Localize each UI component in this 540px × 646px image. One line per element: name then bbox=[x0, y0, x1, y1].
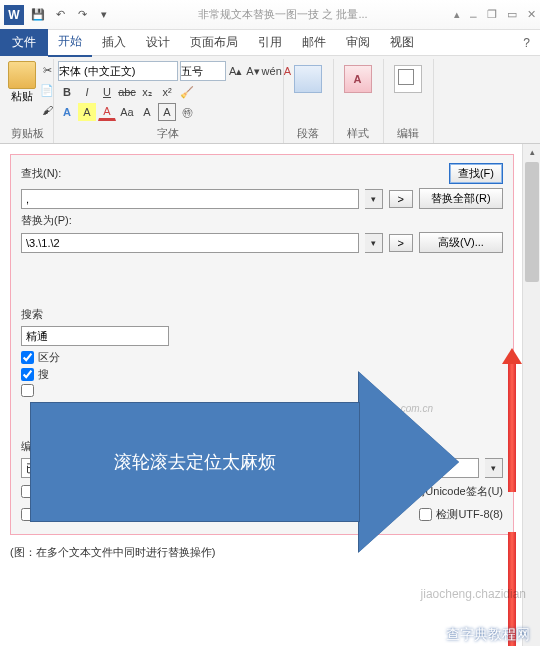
replace-input[interactable] bbox=[21, 233, 359, 253]
paste-icon bbox=[8, 61, 36, 89]
font-color-icon[interactable]: A bbox=[98, 103, 116, 121]
document-area: 查找(N): 查找(F) ▾ > 替换全部(R) 替换为(P): ▾ > 高级(… bbox=[0, 144, 540, 646]
editing-label: 编辑 bbox=[397, 123, 419, 141]
replace-dropdown-icon[interactable]: ▾ bbox=[365, 233, 383, 253]
ribbon-toggle-icon[interactable]: ▴ bbox=[454, 8, 460, 21]
underline-button[interactable]: U bbox=[98, 83, 116, 101]
find-next-button[interactable]: > bbox=[389, 190, 413, 208]
scroll-up-icon[interactable]: ▴ bbox=[523, 144, 540, 160]
font-group: A▴ A▾ wén A B I U abc x₂ x² 🧹 A A A Aa A… bbox=[54, 59, 284, 143]
undo-icon[interactable]: ↶ bbox=[52, 7, 68, 23]
tab-file[interactable]: 文件 bbox=[0, 29, 48, 56]
enclose-char-icon[interactable]: ㊕ bbox=[178, 103, 196, 121]
document-canvas[interactable]: 查找(N): 查找(F) ▾ > 替换全部(R) 替换为(P): ▾ > 高级(… bbox=[0, 144, 522, 646]
paste-button[interactable]: 粘贴 bbox=[8, 61, 36, 119]
find-dropdown-icon[interactable]: ▾ bbox=[365, 189, 383, 209]
quick-access-toolbar: 💾 ↶ ↷ ▾ bbox=[30, 7, 112, 23]
ruby-icon[interactable]: wén bbox=[263, 62, 281, 80]
restore-icon[interactable]: ❐ bbox=[487, 8, 497, 21]
highlight-icon[interactable]: A bbox=[78, 103, 96, 121]
close-icon[interactable]: ✕ bbox=[527, 8, 536, 21]
superscript-button[interactable]: x² bbox=[158, 83, 176, 101]
maximize-icon[interactable]: ▭ bbox=[507, 8, 517, 21]
paste-label: 粘贴 bbox=[11, 89, 33, 104]
shrink-font-icon[interactable]: A▾ bbox=[245, 62, 260, 80]
word-app-icon: W bbox=[4, 5, 24, 25]
search-mode-select[interactable] bbox=[21, 326, 169, 346]
redo-icon[interactable]: ↷ bbox=[74, 7, 90, 23]
tab-review[interactable]: 审阅 bbox=[336, 29, 380, 56]
region-label: 区分 bbox=[38, 350, 60, 365]
italic-button[interactable]: I bbox=[78, 83, 96, 101]
bold-button[interactable]: B bbox=[58, 83, 76, 101]
font-name-select[interactable] bbox=[58, 61, 178, 81]
help-icon[interactable]: ? bbox=[523, 36, 530, 50]
ribbon-tabs: 文件 开始 插入 设计 页面布局 引用 邮件 审阅 视图 ? bbox=[0, 30, 540, 56]
vertical-scrollbar[interactable]: ▴ ▾ bbox=[522, 144, 540, 646]
paragraph-icon bbox=[294, 65, 322, 93]
find-icon bbox=[394, 65, 422, 93]
strike-button[interactable]: abc bbox=[118, 83, 136, 101]
window-controls: ▴ ⎽ ❐ ▭ ✕ bbox=[454, 8, 536, 21]
watermark-text: jiaocheng.chazidian bbox=[421, 587, 526, 601]
phonetic-icon[interactable]: A bbox=[138, 103, 156, 121]
paragraph-label: 段落 bbox=[297, 123, 319, 141]
styles-icon: A bbox=[344, 65, 372, 93]
tab-insert[interactable]: 插入 bbox=[92, 29, 136, 56]
tab-view[interactable]: 视图 bbox=[380, 29, 424, 56]
save-icon[interactable]: 💾 bbox=[30, 7, 46, 23]
font-group-label: 字体 bbox=[58, 123, 277, 141]
encoding-dropdown-icon[interactable]: ▾ bbox=[485, 458, 503, 478]
qat-more-icon[interactable]: ▾ bbox=[96, 7, 112, 23]
callout-text: 滚轮滚去定位太麻烦 bbox=[30, 402, 360, 522]
paragraph-group[interactable]: 段落 bbox=[284, 59, 334, 143]
replace-next-button[interactable]: > bbox=[389, 234, 413, 252]
tab-references[interactable]: 引用 bbox=[248, 29, 292, 56]
styles-label: 样式 bbox=[347, 123, 369, 141]
advanced-button[interactable]: 高级(V)... bbox=[419, 232, 503, 253]
find-button[interactable]: 查找(F) bbox=[449, 163, 503, 184]
ribbon: 粘贴 ✂ 📄 🖌 剪贴板 A▴ A▾ wén A B I U abc x₂ x²… bbox=[0, 56, 540, 144]
tab-layout[interactable]: 页面布局 bbox=[180, 29, 248, 56]
tab-design[interactable]: 设计 bbox=[136, 29, 180, 56]
tab-mail[interactable]: 邮件 bbox=[292, 29, 336, 56]
clipboard-group: 粘贴 ✂ 📄 🖌 剪贴板 bbox=[4, 59, 54, 143]
arrow-callout[interactable]: 滚轮滚去定位太麻烦 bbox=[30, 372, 460, 552]
subscript-button[interactable]: x₂ bbox=[138, 83, 156, 101]
clipboard-label: 剪贴板 bbox=[8, 123, 47, 141]
char-shading-icon[interactable]: A bbox=[158, 103, 176, 121]
tab-home[interactable]: 开始 bbox=[48, 28, 92, 57]
arrow-head-shape bbox=[359, 372, 459, 552]
red-arrow-up bbox=[508, 362, 516, 492]
text-effects-icon[interactable]: A bbox=[58, 103, 76, 121]
find-input[interactable] bbox=[21, 189, 359, 209]
search-mode-label: 搜索 bbox=[21, 307, 43, 322]
find-label: 查找(N): bbox=[21, 166, 61, 181]
editing-group[interactable]: 编辑 bbox=[384, 59, 434, 143]
font-size-select[interactable] bbox=[180, 61, 226, 81]
minimize-icon[interactable]: ⎽ bbox=[470, 8, 477, 21]
grow-font-icon[interactable]: A▴ bbox=[228, 62, 243, 80]
watermark-cn: 查字典教程网 bbox=[446, 626, 530, 644]
scrollbar-thumb[interactable] bbox=[525, 162, 539, 282]
styles-group[interactable]: A 样式 bbox=[334, 59, 384, 143]
clear-format-icon[interactable]: 🧹 bbox=[178, 83, 196, 101]
window-title: 非常规文本替换一图一技 之 批量... bbox=[112, 7, 454, 22]
change-case-icon[interactable]: Aa bbox=[118, 103, 136, 121]
region-checkbox[interactable] bbox=[21, 351, 34, 364]
replace-all-button[interactable]: 替换全部(R) bbox=[419, 188, 503, 209]
replace-label: 替换为(P): bbox=[21, 213, 72, 228]
titlebar: W 💾 ↶ ↷ ▾ 非常规文本替换一图一技 之 批量... ▴ ⎽ ❐ ▭ ✕ bbox=[0, 0, 540, 30]
